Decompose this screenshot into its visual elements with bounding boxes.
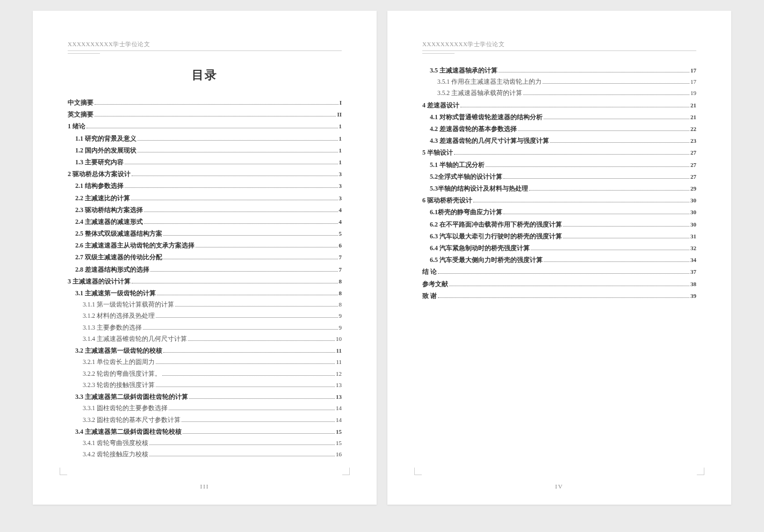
toc-entry-page: 38 (690, 279, 696, 289)
toc-entry-page: 22 (690, 123, 696, 134)
toc-entry-label: 2 驱动桥总体方案设计 (68, 168, 131, 180)
toc-entry: 致 谢39 (422, 290, 696, 302)
toc-entry-page: 3 (339, 180, 342, 191)
toc-entry: 3.3.2 圆柱齿轮的基本尺寸参数计算14 (83, 414, 342, 426)
toc-entry: 6 驱动桥桥壳设计30 (422, 194, 696, 206)
toc-entry: 3.5 主减速器轴承的计算17 (430, 64, 696, 76)
toc-entry-page: 12 (336, 368, 342, 379)
toc-entry-page: 1 (339, 145, 342, 156)
toc-leader-dots (563, 238, 689, 238)
toc-leader-dots (454, 154, 689, 155)
toc-leader-dots (143, 329, 338, 330)
toc-entry-label: 2.8 差速器结构形式的选择 (75, 264, 149, 275)
toc-entry-label: 6.4 汽车紧急制动时的桥壳强度计算 (430, 242, 530, 254)
toc-leader-dots (544, 261, 689, 262)
toc-leader-dots (182, 421, 335, 422)
toc-leader-dots (486, 166, 689, 167)
toc-entry: 4.2 差速器齿轮的基本参数选择22 (430, 123, 696, 135)
toc-leader-dots (132, 283, 338, 283)
toc-entry: 3 主减速器的设计计算8 (68, 275, 342, 287)
toc-leader-dots (138, 140, 338, 141)
toc-leader-dots (499, 72, 689, 72)
toc-leader-dots (438, 273, 689, 274)
toc-entry-page: 30 (690, 195, 696, 206)
toc-entry-page: 27 (690, 171, 696, 182)
toc-entry: 3.1.1 第一级齿轮计算载荷的计算8 (83, 299, 342, 310)
toc-entry-page: 9 (339, 310, 342, 321)
toc-leader-dots (144, 212, 338, 212)
toc-leader-dots (550, 142, 689, 143)
toc-leader-dots (149, 444, 335, 445)
toc-entry-page: 11 (336, 345, 342, 356)
toc-leader-dots (473, 202, 689, 202)
page-header: XXXXXXXXXX学士学位论文 (68, 40, 342, 51)
toc-entry: 3.1 主减速第一级齿轮的计算8 (75, 287, 342, 299)
toc-entry-label: 3.2.2 轮齿的弯曲强度计算。 (83, 368, 161, 380)
toc-leader-dots (156, 387, 335, 387)
toc-entry-label: 3.2 主减速器第一级齿轮的校核 (75, 345, 162, 356)
toc-entry-label: 3.5 主减速器轴承的计算 (430, 64, 498, 76)
page-number-left: III (33, 483, 377, 490)
toc-entry: 2.7 双级主减速器的传动比分配7 (75, 251, 342, 263)
toc-leader-dots (138, 152, 338, 152)
toc-entry-label: 1 绪论 (68, 120, 85, 132)
toc-entry: 3.3.1 圆柱齿轮的主要参数选择14 (83, 403, 342, 414)
toc-leader-dots (531, 250, 689, 250)
toc-entry-label: 2.1 结构参数选择 (75, 180, 124, 192)
toc-entry-page: II (337, 109, 342, 120)
toc-entry: 5 半轴设计27 (422, 147, 696, 158)
toc-entry-label: 3.3.1 圆柱齿轮的主要参数选择 (83, 403, 168, 414)
toc-entry: 6.1桥壳的静弯曲应力计算30 (430, 206, 696, 218)
toc-entry-label: 3.1 主减速第一级齿轮的计算 (75, 287, 156, 299)
toc-entry-label: 3.4 主减速器第二级斜齿圆柱齿轮校核 (75, 426, 182, 438)
toc-entry-label: 3.1.3 主要参数的选择 (83, 322, 142, 333)
toc-leader-dots (518, 130, 689, 131)
toc-leader-dots (189, 398, 335, 399)
toc-leader-dots (460, 107, 689, 107)
toc-leader-dots (169, 410, 335, 410)
toc-entry: 4.1 对称式普通锥齿轮差速器的结构分析21 (430, 111, 696, 123)
toc-entry-label: 6.2 在不平路面冲击载荷作用下桥壳的强度计算 (430, 218, 562, 230)
toc-entry-label: 2.2 主减速比的计算 (75, 192, 130, 204)
corner-mark (60, 468, 67, 475)
toc-entry-page: 8 (339, 299, 342, 310)
toc-entry-label: 4 差速器设计 (422, 99, 459, 111)
toc-entry-label: 1.2 国内外的发展现状 (75, 144, 136, 156)
toc-entry-page: 17 (690, 65, 696, 76)
corner-mark (414, 468, 422, 475)
toc-entry-page: 5 (339, 228, 342, 239)
toc-entry-label: 3.4.2 齿轮接触应力校核 (83, 449, 148, 460)
toc-entry: 3.4.1 齿轮弯曲强度校核15 (83, 438, 342, 449)
toc-entry: 3.2.1 单位齿长上的圆周力11 (83, 356, 342, 368)
toc-entry-page: 4 (339, 205, 342, 215)
toc-leader-dots (163, 259, 338, 259)
toc-entry: 参考文献38 (422, 278, 696, 290)
toc-entry: 3.1.2 材料的选择及热处理9 (83, 310, 342, 322)
toc-entry-page: 9 (339, 322, 342, 333)
toc-entry-label: 3.5.2 主减速器轴承载荷的计算 (437, 88, 522, 99)
page-left: XXXXXXXXXX学士学位论文 目录 中文摘要I英文摘要II1 绪论11.1 … (33, 11, 377, 505)
toc-leader-dots (503, 178, 689, 179)
toc-entry: 5.1 半轴的工况分析27 (430, 159, 696, 171)
toc-entry-label: 3.1.1 第一级齿轮计算载荷的计算 (83, 299, 174, 310)
toc-leader-dots (157, 295, 338, 295)
toc-entry: 1.3 主要研究内容1 (75, 156, 342, 168)
toc-entry: 3.5.2 主减速器轴承载荷的计算19 (437, 88, 696, 99)
toc-entry-page: 21 (690, 112, 696, 122)
toc-entry-page: 3 (339, 169, 342, 179)
toc-entry: 1 绪论1 (68, 120, 342, 132)
toc-entry-page: 7 (339, 252, 342, 263)
toc-leader-dots (529, 190, 689, 191)
toc-entry: 4 差速器设计21 (422, 99, 696, 111)
toc-entry-page: 27 (690, 147, 696, 158)
toc-entry-label: 参考文献 (422, 278, 448, 290)
toc-leader-dots (150, 271, 338, 272)
toc-leader-dots (156, 363, 335, 364)
toc-entry: 3.2.2 轮齿的弯曲强度计算。12 (83, 368, 342, 380)
toc-entry-label: 4.3 差速器齿轮的几何尺寸计算与强度计算 (430, 135, 549, 147)
toc-entry: 3.1.4 主减速器锥齿轮的几何尺寸计算10 (83, 333, 342, 345)
toc-entry-page: 13 (336, 391, 342, 402)
toc-entry: 3.1.3 主要参数的选择9 (83, 322, 342, 333)
toc-list-left: 中文摘要I英文摘要II1 绪论11.1 研究的背景及意义11.2 国内外的发展现… (68, 97, 342, 461)
toc-entry: 英文摘要II (68, 108, 342, 120)
